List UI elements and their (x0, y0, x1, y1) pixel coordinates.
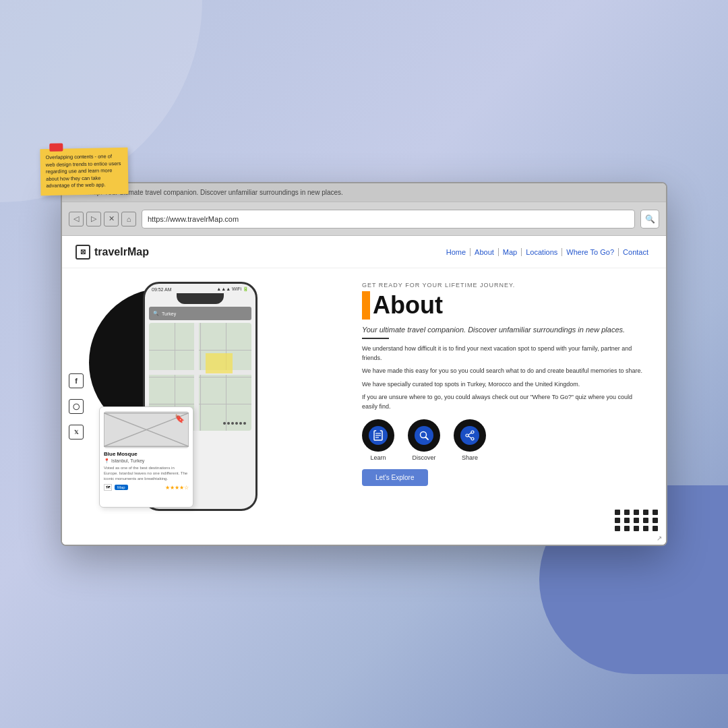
browser-chrome: ◁ ▷ ✕ ⌂ https://www.travelrMap.com 🔍 (62, 202, 666, 236)
card-title: Blue Mosque (104, 451, 189, 457)
card-rating: ★★★★☆ (165, 485, 189, 491)
card-footer: 🗺 Map ★★★★☆ (104, 484, 189, 491)
sticky-note-text: Overlapping contents - one of web design… (46, 153, 121, 189)
close-button[interactable]: ✕ (104, 212, 119, 226)
website-content: ⊠ travelrMap Home About Map Locations Wh… (62, 236, 666, 545)
card-image: 🔖 (104, 411, 189, 448)
about-divider (362, 338, 389, 339)
instagram-icon[interactable]: ◯ (69, 399, 84, 414)
share-icon-circle (454, 419, 486, 452)
feature-share: Share (454, 419, 486, 461)
about-para-2: We have made this easy for you so you co… (362, 367, 649, 376)
share-icon (460, 426, 479, 445)
map-icon: 🗺 (104, 484, 112, 491)
explore-button[interactable]: Let's Explore (362, 469, 428, 486)
feature-discover: Discover (408, 419, 440, 461)
phone-notch (177, 293, 224, 304)
browser-window: travelrMap: Your ultimate travel compani… (61, 182, 667, 546)
learn-icon-circle (362, 419, 394, 452)
about-title: About (373, 291, 443, 320)
learn-label: Learn (370, 454, 386, 461)
social-icons: f ◯ 𝕏 (69, 373, 84, 439)
learn-icon-svg (373, 430, 384, 441)
dot-grid-decoration (615, 510, 659, 531)
svg-point-13 (466, 434, 468, 437)
nav-map[interactable]: Map (499, 248, 522, 256)
svg-line-15 (468, 436, 471, 438)
browser-nav-buttons: ◁ ▷ ✕ ⌂ (69, 212, 136, 226)
browser-search-button[interactable]: 🔍 (640, 210, 659, 229)
nav-about[interactable]: About (471, 248, 499, 256)
nav-locations[interactable]: Locations (522, 248, 562, 256)
nav-contact[interactable]: Contact (619, 248, 653, 256)
phone-map-dots (218, 419, 251, 427)
phone-search-bar: 🔍 Turkey (149, 307, 251, 320)
home-button[interactable]: ⌂ (121, 212, 136, 226)
about-para-4: If you are unsure where to go, you could… (362, 393, 649, 411)
back-button[interactable]: ◁ (69, 212, 84, 226)
site-logo: ⊠ travelrMap (75, 245, 149, 260)
card-location: 📍 Istanbul, Turkey (104, 458, 189, 464)
svg-point-12 (471, 437, 474, 440)
svg-rect-8 (376, 430, 380, 432)
phone-status-bar: 09:52 AM ▲▲▲ WiFi 🔋 (145, 284, 255, 293)
site-left-panel: f ◯ 𝕏 09:52 AM ▲▲▲ WiFi 🔋 (62, 268, 345, 545)
nav-where-to-go[interactable]: Where To Go? (562, 248, 619, 256)
map-grid-v3 (226, 323, 226, 431)
card-tag[interactable]: Map (115, 485, 128, 490)
browser-resize-handle: ↗ (657, 535, 662, 542)
map-yellow-block (206, 353, 233, 373)
location-card: 🔖 Blue Mosque 📍 Istanbul, Turkey Voted a… (99, 406, 193, 508)
phone-signal: ▲▲▲ WiFi 🔋 (216, 286, 249, 292)
phone-search-text: Turkey (162, 311, 176, 316)
share-icon-svg (464, 430, 475, 441)
map-road-v1 (194, 323, 199, 431)
site-main: f ◯ 𝕏 09:52 AM ▲▲▲ WiFi 🔋 (62, 268, 666, 545)
facebook-icon[interactable]: f (69, 373, 84, 388)
site-nav: Home About Map Locations Where To Go? Co… (442, 248, 653, 256)
discover-icon (415, 426, 433, 445)
about-pre-title: GET READY FOR YOUR LIFETIME JOURNEY. (362, 282, 649, 289)
about-subtitle: Your ultimate travel companion. Discover… (362, 325, 649, 335)
browser-tab-bar: travelrMap: Your ultimate travel compani… (62, 183, 666, 202)
forward-button[interactable]: ▷ (86, 212, 101, 226)
discover-icon-svg (419, 430, 429, 441)
svg-line-10 (426, 437, 429, 440)
map-road-h1 (149, 370, 251, 375)
about-body: We understand how difficult it is to fin… (362, 344, 649, 411)
share-label: Share (462, 454, 478, 461)
sticky-note: Overlapping contents - one of web design… (40, 148, 128, 195)
bookmark-icon: 🔖 (175, 414, 185, 423)
logo-icon: ⊠ (75, 245, 90, 260)
discover-label: Discover (412, 454, 435, 461)
card-description: Voted as one of the best destinations in… (104, 466, 189, 481)
twitter-icon[interactable]: 𝕏 (69, 425, 84, 439)
url-bar[interactable]: https://www.travelrMap.com (142, 210, 635, 229)
discover-icon-circle (408, 419, 440, 452)
svg-point-11 (471, 431, 474, 433)
map-grid-v2 (200, 323, 201, 431)
about-para-3: We have specially curated top spots in T… (362, 380, 649, 390)
phone-time: 09:52 AM (152, 287, 172, 292)
about-title-wrapper: About (362, 291, 649, 320)
url-text: https://www.travelrMap.com (148, 215, 239, 223)
about-orange-bar (362, 291, 370, 320)
about-para-1: We understand how difficult it is to fin… (362, 344, 649, 363)
site-right-panel: GET READY FOR YOUR LIFETIME JOURNEY. Abo… (345, 268, 666, 545)
learn-icon (369, 426, 388, 445)
site-header: ⊠ travelrMap Home About Map Locations Wh… (62, 236, 666, 268)
logo-text: travelrMap (94, 246, 149, 258)
feature-learn: Learn (362, 419, 394, 461)
sticky-note-pin (49, 144, 63, 152)
feature-icons: Learn (362, 419, 649, 461)
location-pin-icon: 📍 (104, 458, 110, 463)
nav-home[interactable]: Home (442, 248, 471, 256)
svg-line-14 (468, 433, 471, 435)
